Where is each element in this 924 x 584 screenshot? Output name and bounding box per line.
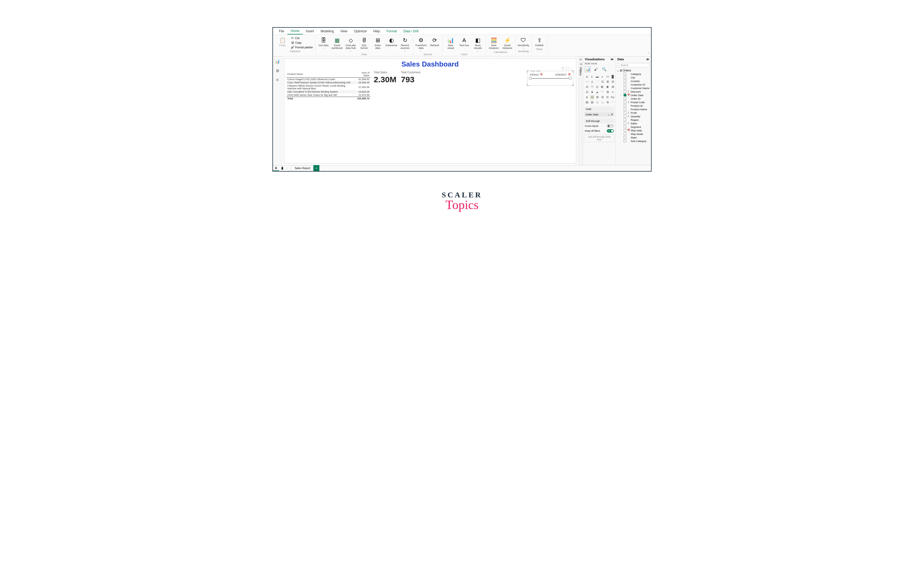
field-item[interactable]: Product ID (617, 104, 650, 107)
copy-button[interactable]: ⧉Copy (290, 40, 314, 45)
format-painter-button[interactable]: 🖌Format painter (290, 45, 314, 49)
ribbon-collapse-icon[interactable]: ⌃ (647, 52, 649, 55)
viz-type-icon[interactable]: █ (610, 74, 615, 79)
field-item[interactable]: ΣQuantity (617, 115, 650, 118)
paste-button[interactable]: 📋 Paste (276, 36, 289, 47)
checkbox[interactable] (624, 108, 626, 110)
viz-type-icon[interactable]: ⊡ (590, 95, 594, 99)
field-item[interactable]: ›📅Ship Date (617, 129, 650, 132)
text-box-button[interactable]: AText box (458, 36, 470, 47)
field-item[interactable]: ›📅Order Date (617, 94, 650, 97)
table-row[interactable]: Canon imageCLASS 2200 Advanced Copier61,… (286, 77, 370, 81)
viz-type-icon[interactable]: ▥ (590, 100, 594, 105)
slicer-thumb-end[interactable] (569, 77, 572, 80)
slicer-thumb-start[interactable] (529, 77, 532, 80)
checkbox[interactable] (624, 133, 626, 135)
slicer-track[interactable] (530, 78, 570, 79)
viz-type-icon[interactable]: ◇ (595, 100, 599, 105)
checkbox[interactable] (624, 72, 626, 75)
field-item[interactable]: City (617, 76, 650, 79)
viz-type-icon[interactable]: ⊡ (600, 79, 605, 84)
table-visual[interactable]: Product Name Sum of Sales Canon imageCLA… (286, 71, 370, 100)
viz-type-icon[interactable]: ⋯ (610, 100, 615, 105)
checkbox[interactable] (624, 136, 626, 139)
field-item[interactable]: Country (617, 79, 650, 83)
viz-type-icon[interactable]: ⫿ (590, 74, 594, 79)
table-row[interactable]: Cisco TelePresence System EX90 Videoconf… (286, 81, 370, 84)
checkbox[interactable] (624, 87, 626, 89)
field-item[interactable]: ΣDiscount (617, 90, 650, 94)
menu-modeling[interactable]: Modeling (317, 28, 337, 34)
checkbox[interactable] (624, 115, 626, 118)
card-total-sales[interactable]: Total Sales 2.30M (374, 71, 396, 84)
menu-format[interactable]: Format (383, 28, 400, 34)
viz-type-icon[interactable]: ⊡ (585, 85, 589, 89)
checkbox[interactable] (624, 83, 626, 86)
checkbox[interactable] (624, 94, 626, 96)
field-item[interactable]: State (617, 136, 650, 139)
viz-type-icon[interactable]: ▽ (590, 85, 594, 89)
viz-type-icon[interactable]: ⊞ (610, 85, 615, 89)
field-item[interactable]: ΣProfit (617, 111, 650, 115)
viz-type-icon[interactable]: ⊞ (595, 95, 599, 99)
new-measure-button[interactable]: 🧮New measure (488, 36, 500, 50)
field-item[interactable]: Segment (617, 125, 650, 129)
date-slicer[interactable]: ▽ ⛶ ⋯ Order Date 1/3/2014 📅 12/30/2017 📅 (527, 71, 573, 86)
filter-icon[interactable]: ▽ (562, 67, 564, 70)
search-input[interactable]: ⌕ Search (617, 63, 650, 67)
get-data-button[interactable]: 🗄Get data⌄ (317, 36, 330, 49)
onelake-button[interactable]: ◇OneLake data hub⌄ (345, 36, 357, 53)
sensitivity-button[interactable]: 🛡Sensitivity⌄ (517, 36, 530, 49)
page-tab[interactable]: Sales Report (292, 165, 314, 171)
recent-sources-button[interactable]: ↻Recent sources⌄ (399, 36, 411, 53)
field-item[interactable]: Customer Name (617, 86, 650, 90)
viz-type-icon[interactable]: ≡ (610, 90, 615, 94)
chevron-left-icon[interactable]: ≪ (579, 58, 582, 61)
viz-type-icon[interactable]: 〰 (585, 79, 589, 84)
prev-page-button[interactable]: ‹ (285, 167, 289, 170)
checkbox[interactable] (624, 101, 626, 104)
menu-home[interactable]: Home (287, 28, 303, 35)
viz-type-icon[interactable]: ⊕ (606, 100, 610, 105)
add-page-button[interactable]: + (314, 165, 319, 171)
menu-view[interactable]: View (337, 28, 351, 34)
drill-drop-zone[interactable]: Add drill-through fields here (584, 134, 614, 142)
mobile-layout-button[interactable]: 📱 (279, 166, 285, 171)
field-item[interactable]: ΣSales (617, 122, 650, 125)
viz-type-icon[interactable]: ◐ (600, 85, 605, 89)
viz-type-icon[interactable]: ▤ (585, 100, 589, 105)
field-item[interactable]: Sub-Category (617, 139, 650, 143)
data-collapse-icon[interactable]: ≫ (646, 58, 649, 61)
checkbox[interactable] (624, 129, 626, 132)
field-item[interactable]: Region (617, 118, 650, 122)
next-page-button[interactable]: › (289, 167, 291, 170)
more-icon[interactable]: ⋯ (570, 67, 573, 70)
checkbox[interactable] (624, 79, 626, 82)
checkbox[interactable] (624, 111, 626, 114)
viz-collapse-icon[interactable]: ≫ (610, 58, 614, 61)
more-visuals-button[interactable]: ◧More visuals⌄ (472, 36, 484, 53)
keep-filters-toggle[interactable]: On (607, 129, 614, 133)
viz-type-icon[interactable]: ◉ (606, 85, 610, 89)
dataverse-button[interactable]: ◐Dataverse (385, 36, 398, 47)
cut-button[interactable]: ✂Cut (290, 36, 314, 40)
checkbox[interactable] (624, 104, 626, 107)
field-item[interactable]: Product Name (617, 107, 650, 111)
field-item[interactable]: ΣPostal Code (617, 100, 650, 104)
viz-type-icon[interactable]: ⋰ (595, 79, 599, 84)
viz-type-icon[interactable]: ⊟ (600, 95, 605, 99)
report-view-icon[interactable]: 📊 (275, 59, 280, 64)
table-node[interactable]: ⌄ ⊞ Orders (617, 69, 650, 72)
viz-type-icon[interactable]: ▭ (606, 74, 610, 79)
viz-type-icon[interactable]: ▬ (595, 74, 599, 79)
card-total-customers[interactable]: Total Customers 793 (401, 71, 421, 84)
menu-optimize[interactable]: Optimize (351, 28, 370, 34)
viz-type-icon[interactable]: Py (610, 95, 615, 99)
model-view-icon[interactable]: ⧈ (275, 77, 280, 82)
viz-type-icon[interactable]: R (606, 95, 610, 99)
transform-button[interactable]: ⚙Transform data⌄ (415, 36, 427, 53)
viz-type-icon[interactable]: ⫾ (600, 74, 605, 79)
field-item[interactable]: Ship Mode (617, 132, 650, 136)
build-tab[interactable]: 📊 (585, 66, 591, 72)
slicer-end-date[interactable]: 12/30/2017 (555, 73, 567, 76)
